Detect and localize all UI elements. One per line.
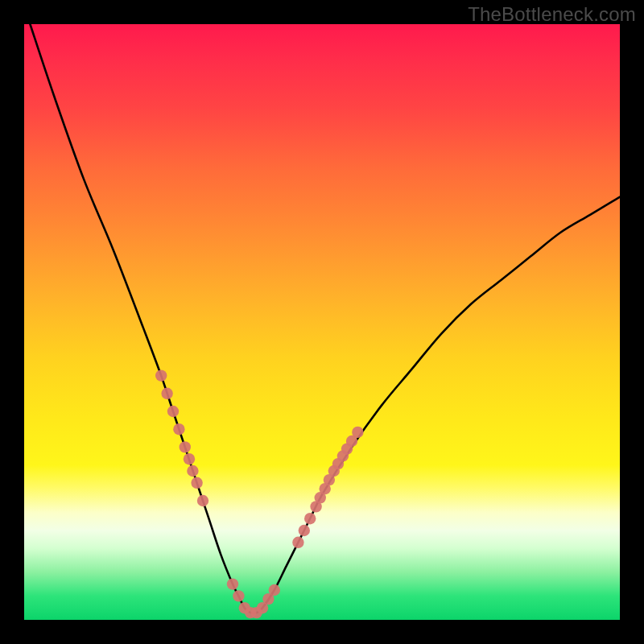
highlight-dot bbox=[197, 495, 208, 506]
highlight-dot bbox=[187, 465, 198, 477]
chart-plot-area bbox=[24, 24, 620, 620]
highlight-dot bbox=[269, 584, 280, 596]
highlight-dot bbox=[155, 369, 167, 381]
highlight-dot bbox=[299, 525, 310, 536]
highlight-dot bbox=[161, 388, 172, 399]
highlight-dot bbox=[167, 406, 179, 417]
highlight-dot bbox=[227, 578, 238, 589]
highlight-dot bbox=[180, 441, 191, 452]
highlight-dot bbox=[173, 423, 184, 435]
attribution-label: TheBottleneck.com bbox=[468, 3, 636, 26]
curve-layer bbox=[24, 24, 620, 620]
highlight-dot bbox=[184, 453, 195, 464]
highlight-dot bbox=[233, 590, 244, 601]
chart-frame: TheBottleneck.com bbox=[0, 0, 644, 644]
highlight-dot bbox=[304, 513, 316, 524]
highlight-dot bbox=[191, 477, 202, 489]
highlight-dot bbox=[352, 427, 363, 438]
highlight-dot bbox=[292, 537, 303, 548]
highlight-dots bbox=[155, 369, 364, 618]
bottleneck-curve bbox=[30, 24, 620, 613]
